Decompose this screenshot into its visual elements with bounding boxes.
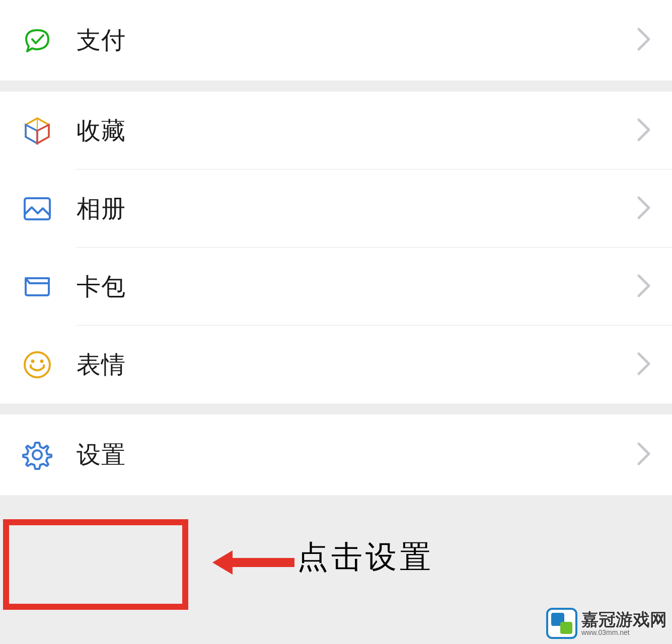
favorites-label: 收藏	[77, 115, 637, 147]
annotation-highlight	[3, 519, 188, 610]
pay-icon	[21, 24, 53, 56]
watermark-text: 嘉冠游戏网 www.03mm.net	[581, 611, 667, 636]
chevron-right-icon	[637, 274, 651, 300]
row-cards[interactable]: 卡包	[0, 248, 672, 326]
chevron-right-icon	[637, 442, 651, 468]
stickers-icon	[21, 349, 53, 381]
watermark-sub: www.03mm.net	[581, 629, 667, 636]
settings-label: 设置	[77, 439, 637, 471]
svg-point-2	[31, 359, 35, 363]
section-settings: 设置	[0, 415, 672, 495]
annotation-arrow	[211, 547, 297, 580]
watermark-logo-icon	[546, 608, 577, 639]
album-label: 相册	[77, 193, 637, 225]
chevron-right-icon	[637, 352, 651, 378]
watermark: 嘉冠游戏网 www.03mm.net	[546, 608, 667, 639]
annotation-text: 点击设置	[297, 536, 434, 578]
svg-rect-7	[560, 622, 572, 634]
section-tools: 收藏 相册 卡包	[0, 92, 672, 404]
section-pay: 支付	[0, 0, 672, 80]
cards-icon	[21, 271, 53, 303]
svg-point-4	[33, 450, 42, 459]
album-icon	[21, 193, 53, 225]
svg-rect-0	[25, 198, 50, 219]
chevron-right-icon	[637, 118, 651, 144]
chevron-right-icon	[637, 196, 651, 222]
watermark-main: 嘉冠游戏网	[581, 611, 667, 628]
settings-icon	[21, 439, 53, 471]
row-favorites[interactable]: 收藏	[0, 92, 672, 170]
svg-point-1	[25, 352, 50, 377]
cards-label: 卡包	[77, 271, 637, 303]
chevron-right-icon	[637, 27, 651, 53]
row-album[interactable]: 相册	[0, 170, 672, 248]
row-pay[interactable]: 支付	[0, 0, 672, 80]
pay-label: 支付	[77, 24, 637, 56]
stickers-label: 表情	[77, 349, 637, 381]
favorites-icon	[21, 115, 53, 147]
svg-point-3	[40, 359, 44, 363]
row-settings[interactable]: 设置	[0, 415, 672, 495]
row-stickers[interactable]: 表情	[0, 326, 672, 404]
